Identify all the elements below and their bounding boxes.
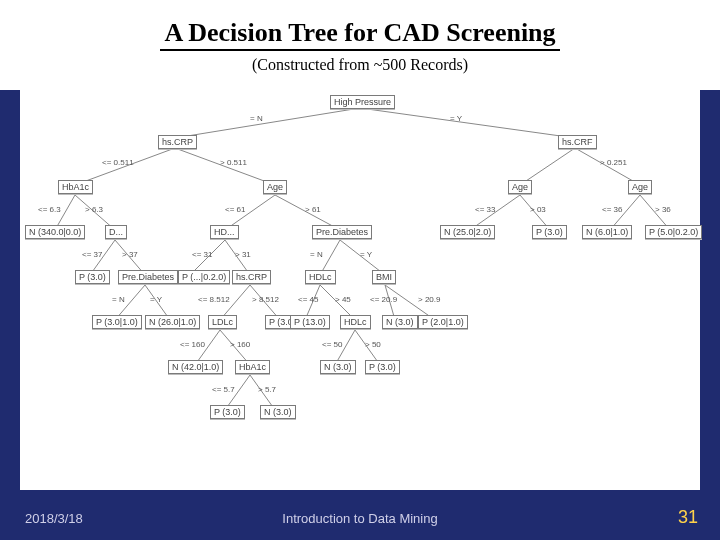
edge-label: > 31 [235,250,251,259]
node-bmi: BMI [372,270,396,284]
node-age2: Age [508,180,532,194]
edge-label: <= 8.512 [198,295,230,304]
edge-label: = Y [360,250,372,259]
leaf: N (6.0|1.0) [582,225,632,239]
edge-label: <= 37 [82,250,102,259]
edge-label: <= 6.3 [38,205,61,214]
node-hscrf-right: hs.CRF [558,135,597,149]
edge-label: = N [250,114,263,123]
leaf: N (42.0|1.0) [168,360,223,374]
node-hba1c: HbA1c [58,180,93,194]
slide: A Decision Tree for CAD Screening (Const… [0,0,720,540]
edge-label: > 37 [122,250,138,259]
leaf: P (3.0) [532,225,567,239]
edge-label: <= 50 [322,340,342,349]
leaf: N (340.0|0.0) [25,225,85,239]
slide-number: 31 [678,507,698,528]
node-age3: Age [628,180,652,194]
edge-label: > 61 [305,205,321,214]
node-prediabetes: Pre.Diabetes [312,225,372,239]
node-ldlc: LDLc [208,315,237,329]
edge-label: > 03 [530,205,546,214]
leaf: N (3.0) [260,405,296,419]
leaf: N (25.0|2.0) [440,225,495,239]
node-hdlc: HDLc [340,315,371,329]
leaf: P (3.0) [75,270,110,284]
node-hscrp-left: hs.CRP [158,135,197,149]
edge-label: > 45 [335,295,351,304]
node-hscrp: hs.CRP [232,270,271,284]
leaf: P (3.0|1.0) [92,315,142,329]
edge-label: <= 45 [298,295,318,304]
edge-label: <= 36 [602,205,622,214]
node-d: D... [105,225,127,239]
tree-canvas: High Pressure = N = Y hs.CRP hs.CRF <= 0… [20,90,700,490]
edge-label: > 0.511 [220,158,247,167]
node-root: High Pressure [330,95,395,109]
edge-label: = Y [150,295,162,304]
leaf: P (...|0.2.0) [178,270,230,284]
slide-subtitle: (Constructed from ~500 Records) [0,56,720,74]
edge-label: > 50 [365,340,381,349]
node-hdlc: HDLc [305,270,336,284]
leaf: P (5.0|0.2.0) [645,225,702,239]
leaf: N (26.0|1.0) [145,315,200,329]
leaf: N (3.0) [320,360,356,374]
edge-label: > 8.512 [252,295,279,304]
edge-label: > 6.3 [85,205,103,214]
leaf: P (2.0|1.0) [418,315,468,329]
leaf: P (3.0) [365,360,400,374]
leaf: P (3.0) [210,405,245,419]
node-prediabetes: Pre.Diabetes [118,270,178,284]
edge-label: = Y [450,114,462,123]
svg-line-1 [360,108,575,138]
edge-label: > 36 [655,205,671,214]
edge-label: <= 0.511 [102,158,134,167]
footer-title: Introduction to Data Mining [0,511,720,526]
edge-label: <= 33 [475,205,495,214]
edge-label: > 160 [230,340,250,349]
edge-label: <= 20.9 [370,295,397,304]
leaf: P (13.0) [290,315,330,329]
edge-label: = N [112,295,125,304]
edge-label: <= 31 [192,250,212,259]
leaf: N (3.0) [382,315,418,329]
edge-label: > 5.7 [258,385,276,394]
edge-label: <= 5.7 [212,385,235,394]
edge-label: <= 160 [180,340,205,349]
tree-edges [20,90,700,490]
edge-label: > 0.251 [600,158,627,167]
slide-title: A Decision Tree for CAD Screening [0,18,720,48]
node-age1: Age [263,180,287,194]
edge-label: = N [310,250,323,259]
edge-label: <= 61 [225,205,245,214]
node-hdl: HD... [210,225,239,239]
node-hba1c: HbA1c [235,360,270,374]
edge-label: > 20.9 [418,295,440,304]
svg-line-0 [175,108,360,138]
